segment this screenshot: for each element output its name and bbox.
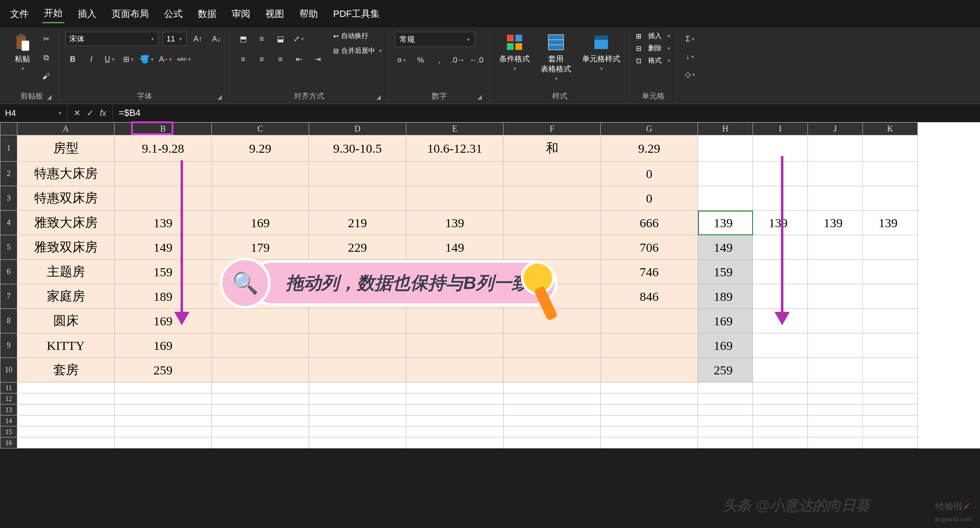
cell[interactable] xyxy=(212,186,309,211)
row-header[interactable]: 11 xyxy=(0,382,17,393)
cell[interactable] xyxy=(601,415,698,426)
cell[interactable] xyxy=(753,426,808,437)
cell[interactable] xyxy=(17,415,115,426)
format-cells-button[interactable]: ⊡格式▼ xyxy=(636,56,671,65)
cell[interactable] xyxy=(406,162,504,186)
cell[interactable]: 9.29 xyxy=(601,135,698,162)
cell[interactable] xyxy=(601,404,698,415)
cell[interactable] xyxy=(753,235,808,260)
cell[interactable] xyxy=(309,333,406,358)
cell[interactable] xyxy=(601,358,698,382)
percent-button[interactable]: % xyxy=(413,53,428,67)
cell[interactable] xyxy=(601,333,698,358)
cell[interactable] xyxy=(504,404,601,415)
accounting-button[interactable]: ¤▼ xyxy=(395,53,409,67)
font-size-select[interactable]: 11▼ xyxy=(163,32,186,46)
cell[interactable]: 139 xyxy=(808,211,863,235)
decrease-font-button[interactable]: A↓ xyxy=(209,32,224,46)
cut-button[interactable]: ✂ xyxy=(39,32,53,46)
row-header[interactable]: 15 xyxy=(0,426,17,437)
cell[interactable] xyxy=(698,135,753,162)
increase-indent-button[interactable]: ⇥ xyxy=(310,52,325,66)
cell[interactable] xyxy=(863,437,918,448)
fx-button[interactable]: fx xyxy=(100,108,107,118)
bold-button[interactable]: B xyxy=(66,52,80,66)
cell[interactable] xyxy=(753,382,808,393)
cell[interactable] xyxy=(406,358,504,382)
cell[interactable] xyxy=(504,235,601,260)
cell[interactable] xyxy=(309,186,406,211)
cell[interactable] xyxy=(115,404,212,415)
col-header-h[interactable]: H xyxy=(698,123,753,135)
cell[interactable]: 189 xyxy=(698,284,753,309)
cell[interactable] xyxy=(698,415,753,426)
cell[interactable]: 家庭房 xyxy=(17,284,115,309)
cell[interactable] xyxy=(863,186,918,211)
cell[interactable]: 套房 xyxy=(17,358,115,382)
cell[interactable]: 159 xyxy=(115,260,212,284)
cell[interactable] xyxy=(212,309,309,333)
menu-help[interactable]: 帮助 xyxy=(298,5,320,23)
border-button[interactable]: ⊞▼ xyxy=(121,52,136,66)
cell[interactable] xyxy=(504,211,601,235)
cell[interactable] xyxy=(698,393,753,404)
cell[interactable] xyxy=(753,358,808,382)
cell[interactable]: 139 xyxy=(698,211,753,235)
spreadsheet-grid[interactable]: A B C D E F G H I J K 1房型9.1-9.289.299.3… xyxy=(0,122,980,448)
cell[interactable] xyxy=(698,382,753,393)
align-right-button[interactable]: ≡ xyxy=(273,52,287,66)
dialog-launcher-icon[interactable]: ◢ xyxy=(47,94,52,100)
cell[interactable] xyxy=(406,186,504,211)
autosum-button[interactable]: Σ▼ xyxy=(683,32,698,46)
cell[interactable]: 149 xyxy=(115,235,212,260)
menu-file[interactable]: 文件 xyxy=(8,5,30,23)
cell[interactable]: 169 xyxy=(698,309,753,333)
cell[interactable] xyxy=(17,437,115,448)
row-header[interactable]: 16 xyxy=(0,437,17,448)
cell[interactable]: 139 xyxy=(115,211,212,235)
cell[interactable] xyxy=(504,393,601,404)
cell[interactable] xyxy=(698,162,753,186)
cell[interactable]: 0 xyxy=(601,186,698,211)
col-header-c[interactable]: C xyxy=(212,123,309,135)
fill-color-button[interactable]: 🪣▼ xyxy=(140,52,154,66)
cell[interactable]: 149 xyxy=(406,235,504,260)
decrease-decimal-button[interactable]: ←.0 xyxy=(469,53,484,67)
cell[interactable] xyxy=(753,333,808,358)
phonetic-button[interactable]: wén▼ xyxy=(177,52,192,66)
cell[interactable] xyxy=(698,186,753,211)
cell[interactable] xyxy=(863,404,918,415)
cell[interactable] xyxy=(406,415,504,426)
cell[interactable]: 229 xyxy=(309,235,406,260)
cell[interactable] xyxy=(753,284,808,309)
cell[interactable] xyxy=(212,404,309,415)
align-center-button[interactable]: ≡ xyxy=(255,52,269,66)
cell[interactable] xyxy=(115,162,212,186)
cell[interactable] xyxy=(863,284,918,309)
col-header-j[interactable]: J xyxy=(808,123,863,135)
cell[interactable] xyxy=(753,260,808,284)
cell[interactable] xyxy=(863,415,918,426)
cell[interactable] xyxy=(504,162,601,186)
orientation-button[interactable]: ⤢▼ xyxy=(292,32,306,46)
cell[interactable] xyxy=(863,235,918,260)
cell[interactable]: 和 xyxy=(504,135,601,162)
cell[interactable]: 0 xyxy=(601,162,698,186)
cell[interactable] xyxy=(808,333,863,358)
cell[interactable]: 圆床 xyxy=(17,309,115,333)
row-header[interactable]: 13 xyxy=(0,404,17,415)
cell[interactable] xyxy=(863,393,918,404)
cell[interactable] xyxy=(17,393,115,404)
cell[interactable]: 主题房 xyxy=(17,260,115,284)
col-header-k[interactable]: K xyxy=(863,123,918,135)
cell[interactable] xyxy=(753,135,808,162)
cell[interactable] xyxy=(863,333,918,358)
cell[interactable]: 特惠双床房 xyxy=(17,186,115,211)
cell[interactable] xyxy=(808,186,863,211)
cell[interactable] xyxy=(808,235,863,260)
cell[interactable] xyxy=(601,309,698,333)
menu-formulas[interactable]: 公式 xyxy=(162,5,184,23)
cell[interactable] xyxy=(406,426,504,437)
cell[interactable] xyxy=(504,415,601,426)
col-header-i[interactable]: I xyxy=(753,123,808,135)
